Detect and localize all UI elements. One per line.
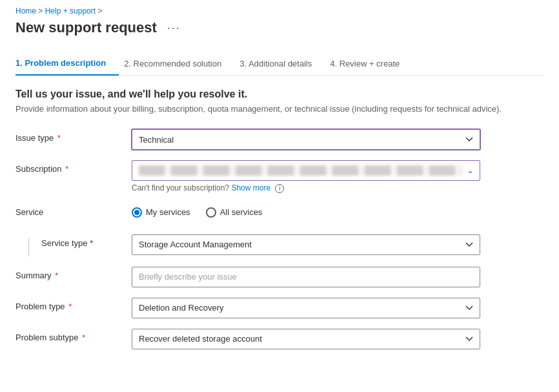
breadcrumb: Home > Help + support > — [15, 0, 544, 19]
my-services-option[interactable]: My services — [132, 207, 190, 218]
breadcrumb-help-support[interactable]: Help + support — [45, 6, 96, 15]
summary-required: * — [53, 271, 59, 280]
service-type-label: Service type * — [41, 234, 132, 248]
problem-type-control: Deletion and Recovery — [132, 298, 480, 318]
subscription-row: Subscription * ⌄ Can't find your subscri… — [15, 160, 544, 193]
breadcrumb-home[interactable]: Home — [15, 6, 36, 15]
all-services-option[interactable]: All services — [206, 207, 263, 218]
summary-control — [132, 267, 480, 287]
subscription-select[interactable]: ⌄ — [132, 160, 480, 181]
issue-type-select[interactable]: Technical — [132, 129, 480, 150]
service-indent-line — [28, 238, 29, 256]
ellipsis-button[interactable]: ··· — [163, 20, 185, 36]
breadcrumb-sep1: > — [38, 6, 45, 15]
step-problem-description[interactable]: 1. Problem description — [15, 52, 119, 76]
subscription-label: Subscription * — [15, 160, 132, 174]
problem-subtype-label: Problem subtype * — [15, 329, 132, 342]
summary-label: Summary * — [15, 267, 132, 280]
my-services-label: My services — [146, 207, 190, 217]
service-type-control: Storage Account Management — [132, 234, 480, 255]
my-services-radio[interactable] — [132, 207, 142, 218]
breadcrumb-sep2: > — [97, 6, 102, 15]
page-title: New support request — [15, 19, 157, 36]
subscription-control: ⌄ Can't find your subscription? Show mor… — [132, 160, 480, 193]
problem-type-row: Problem type * Deletion and Recovery — [15, 298, 544, 318]
summary-input[interactable] — [132, 267, 480, 287]
step-review-create[interactable]: 4. Review + create — [330, 52, 412, 75]
step-recommended-solution[interactable]: 2. Recommended solution — [124, 52, 234, 75]
service-type-row: Service type * Storage Account Managemen… — [15, 234, 544, 256]
subscription-chevron-icon: ⌄ — [467, 167, 473, 175]
issue-type-row: Issue type * Technical — [15, 129, 544, 150]
problem-subtype-control: Recover deleted storage account — [132, 329, 480, 349]
problem-subtype-select[interactable]: Recover deleted storage account — [132, 329, 480, 349]
section-title: Tell us your issue, and we'll help you r… — [15, 88, 544, 100]
issue-type-label: Issue type * — [15, 129, 132, 143]
service-radio-group: My services All services — [132, 203, 480, 218]
show-more-link[interactable]: Show more — [231, 183, 270, 192]
service-label: Service — [15, 203, 132, 217]
service-control: My services All services — [132, 203, 480, 218]
issue-type-required: * — [55, 133, 61, 143]
cant-find-row: Can't find your subscription? Show more … — [132, 183, 480, 193]
section-desc: Provide information about your billing, … — [15, 104, 519, 114]
all-services-label: All services — [220, 207, 263, 217]
problem-type-label: Problem type * — [15, 298, 132, 311]
info-icon[interactable]: i — [275, 184, 284, 193]
service-type-required: * — [88, 238, 94, 248]
issue-type-control: Technical — [132, 129, 480, 150]
problem-type-select[interactable]: Deletion and Recovery — [132, 298, 480, 318]
problem-subtype-required: * — [80, 333, 86, 342]
service-indent — [15, 234, 41, 256]
subscription-required: * — [63, 164, 69, 174]
problem-type-required: * — [66, 302, 72, 311]
subscription-blur-content — [139, 165, 462, 176]
step-additional-details[interactable]: 3. Additional details — [239, 52, 325, 75]
cant-find-text: Can't find your subscription? — [132, 183, 229, 192]
problem-subtype-row: Problem subtype * Recover deleted storag… — [15, 329, 544, 349]
service-type-select[interactable]: Storage Account Management — [132, 234, 480, 255]
service-row: Service My services All services — [15, 203, 544, 224]
all-services-radio[interactable] — [206, 207, 216, 218]
summary-row: Summary * — [15, 267, 544, 287]
steps-nav: 1. Problem description 2. Recommended so… — [15, 52, 544, 76]
